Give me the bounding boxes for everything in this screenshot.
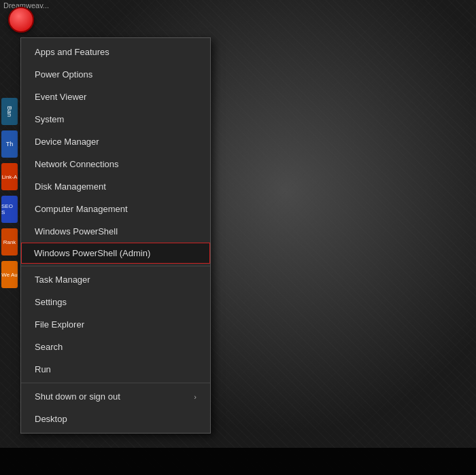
menu-item-label-network-connections: Network Connections [35, 159, 119, 169]
taskbar [0, 448, 476, 475]
side-icon-rank[interactable]: Rank [0, 226, 19, 258]
menu-item-windows-powershell[interactable]: Windows PowerShell [21, 220, 210, 243]
menu-item-label-run: Run [35, 364, 51, 374]
menu-item-apps-features[interactable]: Apps and Features [21, 41, 210, 63]
record-button[interactable] [8, 7, 34, 33]
menu-divider [21, 266, 210, 266]
menu-item-windows-powershell-admin[interactable]: Windows PowerShell (Admin) [21, 243, 210, 264]
side-icon-we[interactable]: We Au [0, 258, 19, 291]
menu-item-shut-down-sign-out[interactable]: Shut down or sign out› [21, 385, 210, 408]
desktop: Dreamweav... Ban Th Link-A SEO S [0, 0, 476, 475]
menu-item-label-apps-features: Apps and Features [35, 47, 109, 57]
menu-item-label-event-viewer: Event Viewer [35, 92, 86, 102]
menu-item-task-manager[interactable]: Task Manager [21, 268, 210, 291]
menu-item-device-manager[interactable]: Device Manager [21, 130, 210, 153]
side-icon-we-label: We Au [1, 272, 17, 278]
menu-item-label-file-explorer: File Explorer [35, 319, 84, 330]
menu-item-label-system: System [35, 114, 64, 124]
side-icons-panel: Ban Th Link-A SEO S Rank We Au [0, 54, 19, 291]
menu-item-computer-management[interactable]: Computer Management [21, 198, 210, 220]
menu-item-label-desktop: Desktop [35, 414, 67, 424]
chevron-right-icon: › [194, 393, 197, 401]
menu-item-label-windows-powershell-admin: Windows PowerShell (Admin) [34, 248, 150, 258]
side-icon-link-label: Link-A [2, 174, 18, 180]
menu-item-label-power-options: Power Options [35, 69, 92, 80]
menu-item-event-viewer[interactable]: Event Viewer [21, 86, 210, 108]
context-menu: Apps and FeaturesPower OptionsEvent View… [20, 37, 211, 434]
side-icon-rank-label: Rank [3, 239, 16, 245]
menu-item-label-device-manager: Device Manager [35, 137, 99, 147]
side-icon-ban-label: Ban [6, 106, 13, 117]
side-icon-link[interactable]: Link-A [0, 160, 19, 193]
menu-item-system[interactable]: System [21, 108, 210, 130]
menu-item-label-search: Search [35, 342, 63, 352]
menu-item-label-task-manager: Task Manager [35, 275, 90, 285]
side-icon-seo-label: SEO S [1, 203, 18, 215]
side-icon-seo[interactable]: SEO S [0, 193, 19, 226]
menu-item-search[interactable]: Search [21, 336, 210, 358]
menu-item-settings[interactable]: Settings [21, 291, 210, 313]
menu-item-label-computer-management: Computer Management [35, 204, 128, 214]
menu-item-label-shut-down-sign-out: Shut down or sign out [35, 391, 120, 402]
menu-item-disk-management[interactable]: Disk Management [21, 175, 210, 198]
side-icon-th-label: Th [6, 141, 14, 147]
menu-item-run[interactable]: Run [21, 358, 210, 381]
menu-item-label-windows-powershell: Windows PowerShell [35, 226, 118, 236]
menu-item-network-connections[interactable]: Network Connections [21, 153, 210, 175]
side-icon-th[interactable]: Th [0, 128, 19, 160]
menu-item-label-disk-management: Disk Management [35, 181, 106, 192]
menu-divider [21, 383, 210, 383]
menu-item-power-options[interactable]: Power Options [21, 63, 210, 86]
menu-item-label-settings: Settings [35, 297, 67, 307]
menu-item-file-explorer[interactable]: File Explorer [21, 313, 210, 336]
side-icon-ban[interactable]: Ban [0, 95, 19, 128]
menu-item-desktop[interactable]: Desktop [21, 408, 210, 430]
